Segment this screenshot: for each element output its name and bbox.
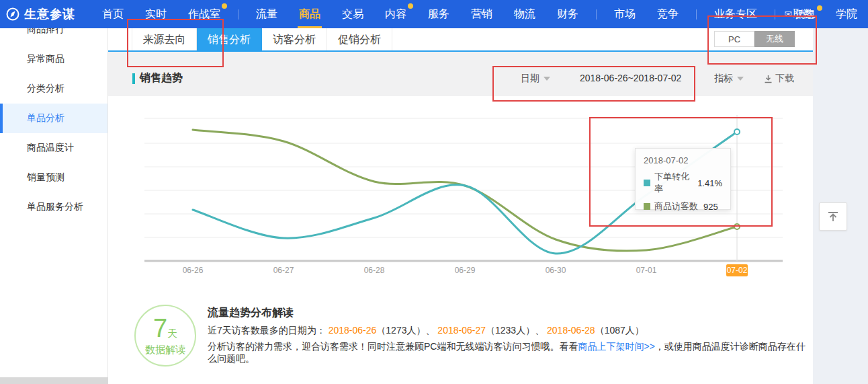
insight-date: 2018-06-26 <box>326 325 377 336</box>
nav-item-营销[interactable]: 营销 <box>460 0 503 28</box>
nav-item-学院[interactable]: 学院 <box>825 0 868 28</box>
title-accent-bar <box>132 73 135 84</box>
svg-text:07-01: 07-01 <box>636 266 657 275</box>
onsale-time-link[interactable]: 商品上下架时间>> <box>578 341 654 352</box>
chevron-down-icon <box>737 77 744 81</box>
top-navigation-bar: 生意参谋 首页实时作战室流量商品交易内容服务营销物流财务市场竞争业务专区取数学院… <box>0 0 868 28</box>
tab-促销分析[interactable]: 促销分析 <box>327 28 392 52</box>
toggle-PC[interactable]: PC <box>714 31 754 47</box>
chevron-down-icon <box>544 77 550 81</box>
seven-day-badge: 7天 数据解读 <box>134 305 196 367</box>
date-range-value[interactable]: 2018-06-26~2018-07-02 <box>580 73 681 83</box>
chart-tooltip: 2018-07-02 下单转化率1.41%商品访客数925 <box>635 148 731 210</box>
sidebar-item-异常商品[interactable]: 异常商品 <box>0 44 107 74</box>
insight-date: 2018-06-28 <box>544 325 595 336</box>
section-header-strip: 销售趋势 日期 2018-06-26~2018-07-02 指标 下载 <box>108 52 813 96</box>
sycm-logo-icon <box>5 7 20 22</box>
insight-date: 2018-06-27 <box>435 325 486 336</box>
sidebar-item-销量预测[interactable]: 销量预测 <box>0 163 107 192</box>
sidebar-scroll-track <box>0 377 108 384</box>
nav-item-messages[interactable]: ✉ 消息 <box>784 0 816 28</box>
nav-item-业务专区[interactable]: 业务专区 <box>703 0 768 28</box>
insight-count: （1233人）、 <box>486 325 544 336</box>
date-filter-dropdown[interactable]: 日期 <box>521 73 550 85</box>
tab-来源去向[interactable]: 来源去向 <box>132 28 197 52</box>
insight-line2: 分析访客的潜力需求，迎合访客需求！同时注意兼顾PC端和无线端访客访问习惯哦。看看… <box>208 341 813 365</box>
metric-filter-dropdown[interactable]: 指标 <box>714 73 744 85</box>
notification-dot <box>222 3 227 9</box>
nav-item-内容[interactable]: 内容 <box>374 0 417 28</box>
sidebar-item-商品温度计[interactable]: 商品温度计 <box>0 133 107 163</box>
nav-divider <box>696 9 697 20</box>
sidebar-item-单品分析[interactable]: 单品分析 <box>0 104 107 133</box>
sidebar: 商品排行异常商品分类分析单品分析商品温度计销量预测单品服务分析 <box>0 28 108 384</box>
notification-dot <box>817 5 822 11</box>
tooltip-row: 商品访客数925 <box>644 200 722 213</box>
insight-count: （1273人）、 <box>376 325 435 336</box>
svg-text:06-26: 06-26 <box>183 266 204 275</box>
svg-text:07-02: 07-02 <box>727 266 748 275</box>
envelope-icon: ✉ <box>784 9 792 20</box>
insight-count: （1087人） <box>595 325 644 336</box>
nav-item-流量[interactable]: 流量 <box>245 0 288 28</box>
sidebar-item-分类分析[interactable]: 分类分析 <box>0 74 107 104</box>
nav-divider <box>596 9 597 20</box>
nav-item-商品[interactable]: 商品 <box>288 0 331 28</box>
tooltip-date: 2018-07-02 <box>644 155 722 165</box>
nav-item-首页[interactable]: 首页 <box>91 0 134 28</box>
tab-bar: 来源去向销售分析访客分析促销分析 PC无线 <box>108 28 813 52</box>
svg-text:06-29: 06-29 <box>455 266 476 275</box>
nav-item-交易[interactable]: 交易 <box>331 0 374 28</box>
nav-item-作战室[interactable]: 作战室 <box>177 0 231 28</box>
page-title: 销售趋势 <box>140 71 183 85</box>
svg-text:06-27: 06-27 <box>273 266 294 275</box>
nav-item-实时[interactable]: 实时 <box>134 0 177 28</box>
toggle-无线[interactable]: 无线 <box>754 31 795 47</box>
brand[interactable]: 生意参谋 <box>5 6 75 22</box>
section-title: 销售趋势 <box>132 71 183 85</box>
tab-访客分析[interactable]: 访客分析 <box>262 28 327 52</box>
nav-item-物流[interactable]: 物流 <box>503 0 546 28</box>
nav-item-市场[interactable]: 市场 <box>603 0 646 28</box>
insight-title: 流量趋势分布解读 <box>208 306 294 320</box>
nav-item-财务[interactable]: 财务 <box>546 0 589 28</box>
legend-swatch-icon <box>644 180 650 186</box>
nav-item-竞争[interactable]: 竞争 <box>646 0 689 28</box>
nav-item-服务[interactable]: 服务 <box>417 0 460 28</box>
tooltip-row: 下单转化率1.41% <box>644 171 722 195</box>
legend-swatch-icon <box>644 203 650 210</box>
nav-menu: 首页实时作战室流量商品交易内容服务营销物流财务市场竞争业务专区取数学院 <box>91 0 868 28</box>
sales-trend-panel: 06-2606-2706-2806-2906-3007-0107-02 2018… <box>108 96 813 384</box>
notification-dot <box>408 3 413 9</box>
device-toggle: PC无线 <box>714 31 795 47</box>
svg-text:06-30: 06-30 <box>546 266 566 275</box>
nav-divider <box>775 9 775 20</box>
sidebar-item-单品服务分析[interactable]: 单品服务分析 <box>0 192 107 222</box>
download-icon <box>764 75 773 83</box>
brand-title: 生意参谋 <box>24 6 75 22</box>
download-button[interactable]: 下载 <box>764 73 794 85</box>
tab-销售分析[interactable]: 销售分析 <box>197 28 262 52</box>
nav-divider <box>238 9 238 20</box>
arrow-to-top-icon <box>826 210 840 223</box>
tab-underline <box>108 50 813 52</box>
insight-line1: 近7天访客数最多的日期为： 2018-06-26（1273人）、 2018-06… <box>208 325 644 337</box>
back-to-top-button[interactable] <box>819 202 847 231</box>
svg-text:06-28: 06-28 <box>364 266 385 275</box>
